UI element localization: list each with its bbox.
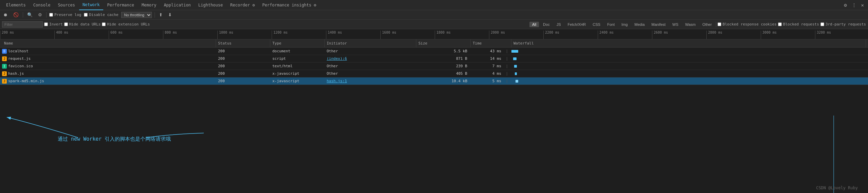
tab-elements[interactable]: Elements (3, 0, 29, 10)
tab-memory[interactable]: Memory (138, 0, 160, 10)
hide-extension-urls-label[interactable]: Hide extension URLs (102, 22, 150, 27)
throttle-select[interactable]: No throttling Fast 3G Slow 3G Offline (121, 12, 152, 18)
settings-icon[interactable]: ⚙ (843, 2, 848, 8)
separator-filter (716, 22, 716, 27)
tab-console[interactable]: Console (30, 0, 54, 10)
disable-cache-checkbox[interactable] (84, 13, 88, 17)
invert-label[interactable]: Invert (44, 22, 63, 27)
tick-3000ms: 3000 ms (761, 31, 815, 39)
tick-1600ms: 1600 ms (380, 31, 435, 39)
tick-800ms: 800 ms (163, 31, 217, 39)
export-button[interactable]: ⬇ (167, 12, 173, 18)
search-button[interactable]: 🔍 (26, 12, 34, 18)
cell-initiator: Other (325, 49, 416, 53)
initiator-text: Other (327, 64, 338, 68)
filter-css[interactable]: CSS (590, 22, 603, 27)
filter-doc[interactable]: Doc (540, 22, 553, 27)
filter-all[interactable]: All (529, 22, 539, 27)
hide-extension-urls-checkbox[interactable] (102, 22, 106, 26)
filter-manifest[interactable]: Manifest (649, 22, 668, 27)
waterfall-bar (511, 50, 518, 53)
filter-button[interactable]: ⚙ (37, 12, 43, 18)
tab-performance-insights[interactable]: Performance insights ⚙ (259, 0, 320, 10)
tab-network[interactable]: Network (79, 0, 103, 10)
third-party-label[interactable]: 3rd-party requests (820, 22, 866, 27)
disable-cache-label[interactable]: Disable cache (84, 13, 118, 17)
table-row[interactable]: J hash.js 200 x-javascript Other 405 B 4… (0, 70, 868, 77)
hide-data-urls-label[interactable]: Hide data URLs (64, 22, 101, 27)
cell-status: 200 (216, 71, 270, 76)
annotation-arrow (0, 116, 204, 193)
header-name[interactable]: Name (2, 39, 216, 47)
header-size[interactable]: Size (416, 39, 471, 47)
table-row[interactable]: J spark-md5.min.js 200 x-javascript hash… (0, 77, 868, 85)
cell-time: 43 ms | (471, 49, 511, 53)
annotation-text: 通过 new Worker 引入的脚本也是个网络请求哦 (58, 136, 171, 142)
cell-status: 200 (216, 79, 270, 83)
cell-status: 200 (216, 49, 270, 53)
filter-media[interactable]: Media (632, 22, 647, 27)
blocked-response-label[interactable]: Blocked response cookies (718, 22, 777, 27)
header-waterfall[interactable]: Waterfall (511, 39, 866, 47)
initiator-link[interactable]: (index):6 (327, 56, 347, 61)
filter-other[interactable]: Other (700, 22, 715, 27)
filter-js[interactable]: JS (554, 22, 564, 27)
tick-2800ms: 2800 ms (706, 31, 761, 39)
cell-name-text: request.js (8, 56, 31, 61)
tab-sources[interactable]: Sources (54, 0, 78, 10)
header-status[interactable]: Status (216, 39, 270, 47)
filter-input[interactable] (2, 21, 43, 28)
preserve-log-checkbox[interactable] (49, 13, 53, 17)
csdn-watermark: CSDN @Lovely Ruby (816, 186, 858, 190)
clear-button[interactable]: 🚫 (12, 12, 20, 18)
bottom-area: 通过 new Worker 引入的脚本也是个网络请求哦 CSDN @Lovely… (0, 116, 868, 193)
table-row[interactable]: D localhost 200 document Other 5.5 kB 43… (0, 48, 868, 55)
blocked-response-checkbox[interactable] (718, 22, 721, 26)
tab-recorder[interactable]: Recorder ⚙ (227, 0, 258, 10)
invert-checkbox[interactable] (44, 22, 48, 26)
cell-size: 871 B (416, 56, 471, 61)
close-icon[interactable]: ✕ (860, 2, 865, 8)
cell-waterfall (511, 70, 866, 77)
header-time[interactable]: Time (471, 39, 511, 47)
tab-performance[interactable]: Performance (104, 0, 138, 10)
tick-3200ms: 3200 ms (815, 31, 868, 39)
table-row[interactable]: I favicon.ico 200 text/html Other 239 B … (0, 63, 868, 70)
table-header: Name Status Type Initiator Size Time Wat… (0, 39, 868, 48)
cell-time: 7 ms | (471, 64, 511, 68)
initiator-link[interactable]: hash.js:1 (327, 79, 347, 83)
hide-data-urls-text: Hide data URLs (69, 22, 101, 27)
filter-wasm[interactable]: Wasm (683, 22, 699, 27)
table-row[interactable]: J request.js 200 script (index):6 871 B … (0, 55, 868, 63)
hide-data-urls-checkbox[interactable] (64, 22, 68, 26)
header-type[interactable]: Type (270, 39, 325, 47)
filter-fetch-xhr[interactable]: Fetch/XHR (565, 22, 589, 27)
blocked-requests-label[interactable]: Blocked requests (778, 22, 819, 27)
waterfall-bar (515, 72, 517, 75)
more-icon[interactable]: ⋮ (850, 2, 858, 8)
initiator-text: Other (327, 71, 338, 76)
record-button[interactable]: ⏺ (2, 12, 9, 18)
cell-initiator: Other (325, 64, 416, 68)
tick-600ms: 600 ms (109, 31, 163, 39)
tick-1000ms: 1000 ms (217, 31, 272, 39)
import-button[interactable]: ⬆ (158, 12, 164, 18)
tab-lighthouse[interactable]: Lighthouse (195, 0, 226, 10)
filter-ws[interactable]: WS (670, 22, 681, 27)
cell-name: J request.js (2, 56, 216, 61)
cell-type: text/html (270, 64, 325, 68)
cell-type: x-javascript (270, 79, 325, 83)
header-initiator[interactable]: Initiator (325, 39, 416, 47)
tab-application[interactable]: Application (160, 0, 194, 10)
filter-font[interactable]: Font (604, 22, 617, 27)
blocked-requests-checkbox[interactable] (778, 22, 782, 26)
cell-waterfall (511, 55, 866, 62)
filter-img[interactable]: Img (619, 22, 630, 27)
third-party-checkbox[interactable] (820, 22, 824, 26)
cell-initiator: (index):6 (325, 56, 416, 61)
preserve-log-text: Preserve log (54, 13, 81, 17)
network-toolbar: ⏺ 🚫 🔍 ⚙ Preserve log Disable cache No th… (0, 10, 868, 20)
cell-initiator: hash.js:1 (325, 79, 416, 83)
tick-1800ms: 1800 ms (435, 31, 489, 39)
preserve-log-label[interactable]: Preserve log (49, 13, 81, 17)
